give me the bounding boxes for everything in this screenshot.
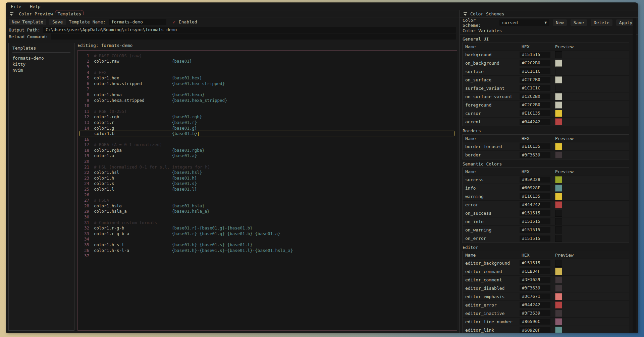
code-line[interactable]: 4 # HEX <box>78 70 457 75</box>
save-scheme-button[interactable]: Save <box>571 19 587 26</box>
code-line[interactable]: 17 # RGBA (A = 0-1 normalized) <box>78 142 457 148</box>
hex-input[interactable]: #C2C2B0 <box>520 93 550 99</box>
code-line[interactable]: 25 color1.l {base01.l} <box>78 186 457 192</box>
code-key: color1.s <box>94 181 172 186</box>
hex-input[interactable]: #DC7671 <box>520 293 550 299</box>
template-name-input[interactable]: formats-demo <box>109 19 166 25</box>
code-line[interactable]: 22 color1.hsl {base01.hsl} <box>78 170 457 175</box>
code-line[interactable]: 35 color1.h-s-l {base01.h}-{base01.s}-{b… <box>78 242 457 248</box>
hex-input[interactable]: #1C1C1C <box>520 68 550 74</box>
output-path-row: Output Path: C:\Users\user\AppData\Roami… <box>6 26 460 33</box>
color-scheme-dropdown[interactable]: cursed ▼ <box>499 19 549 26</box>
hex-input[interactable]: #C2C2B0 <box>520 102 550 108</box>
hex-input[interactable]: #B44242 <box>520 302 550 308</box>
code-line[interactable]: 6 color1.hex.stripped {base01.hex_stripp… <box>78 81 457 86</box>
hex-input[interactable]: #3F3639 <box>520 285 550 291</box>
code-line[interactable]: 10 <box>78 103 457 109</box>
code-line[interactable]: 1 # BASE COLORS (raw) <box>78 53 457 59</box>
line-number: 11 <box>78 109 89 114</box>
color-swatch <box>555 110 562 117</box>
code-line[interactable]: 32 color1.r-g-b {base01.r}-{base01.g}-{b… <box>78 225 457 231</box>
menu-help[interactable]: Help <box>30 4 40 9</box>
color-name: on_success <box>463 211 520 216</box>
hex-input[interactable]: #1C1C1C <box>520 85 550 91</box>
code-line[interactable]: 37 <box>78 253 457 259</box>
template-list-item[interactable]: kitty <box>12 61 70 67</box>
hex-input[interactable]: #E1C135 <box>520 143 550 149</box>
code-line[interactable]: 11 # RGB (0-255) <box>78 109 457 114</box>
code-line[interactable]: 16 <box>78 136 457 142</box>
code-line[interactable]: 24 color1.s {base01.s} <box>78 181 457 187</box>
template-list-item[interactable]: nvim <box>12 67 70 73</box>
code-line[interactable]: 36 color1.h-s-l-a {base01.h}-{base01.s}-… <box>78 248 457 253</box>
code-line[interactable]: 3 <box>78 64 457 70</box>
hex-input[interactable]: #151515 <box>520 218 550 224</box>
output-path-input[interactable]: C:\Users\user\AppData\Roaming\clrsync\fo… <box>43 27 456 33</box>
template-list-item[interactable]: formats-demo <box>12 55 70 61</box>
collapse-panel-icon[interactable] <box>9 12 14 16</box>
hex-input[interactable]: #E1C135 <box>520 110 550 116</box>
menu-file[interactable]: File <box>11 4 21 9</box>
hex-input[interactable]: #151515 <box>520 235 550 242</box>
section-title: Semantic Colors <box>462 160 629 167</box>
color-swatch <box>555 268 562 275</box>
hex-input[interactable]: #151515 <box>520 227 550 233</box>
hex-input[interactable]: #95A328 <box>520 177 550 183</box>
code-line[interactable]: 31 # Combined custom formats <box>78 220 457 225</box>
code-line[interactable]: 33 color1.r-g-b-a {base01.r}-{base01.g}-… <box>78 231 457 237</box>
hex-input[interactable]: #60928F <box>520 185 550 191</box>
code-line[interactable]: 12 color1.rgb {base01.rgb} <box>78 114 457 120</box>
enabled-checkbox[interactable]: ✓ <box>173 19 176 25</box>
hex-input[interactable]: #86596C <box>520 319 550 325</box>
code-key: color1.hsla <box>94 203 172 208</box>
hex-input[interactable]: #3F3639 <box>520 310 550 316</box>
code-line[interactable]: 29 color1.hsla_a {base01.hsla_a} <box>78 209 457 214</box>
code-key: # BASE COLORS (raw) <box>94 53 142 58</box>
hex-input[interactable]: #CEB34F <box>520 268 550 274</box>
hex-input[interactable]: #B44242 <box>520 202 550 208</box>
code-line[interactable]: 21 # HSL (normalized 0-1 for s,l, intege… <box>78 164 457 170</box>
new-template-button[interactable]: New Template <box>9 19 46 25</box>
code-line[interactable]: 27 # HSLA <box>78 197 457 203</box>
delete-scheme-button[interactable]: Delete <box>591 19 612 26</box>
code-line[interactable]: 26 <box>78 192 457 198</box>
code-line[interactable]: 5 color1.hex {base01.hex} <box>78 75 457 81</box>
line-number: 26 <box>78 192 89 197</box>
color-row: editor_command #CEB34F <box>463 267 629 276</box>
code-editor[interactable]: 1 # BASE COLORS (raw) 2 color1.raw {base… <box>77 50 457 331</box>
code-line[interactable]: 2 color1.raw {base01} <box>78 59 457 64</box>
hex-input[interactable]: #3F3639 <box>520 277 550 283</box>
hex-input[interactable]: #C2C2B0 <box>520 77 550 83</box>
hex-input[interactable]: #B44242 <box>520 119 550 125</box>
code-line[interactable]: 8 color1.hexa {base01.hexa} <box>78 92 457 97</box>
tab-templates[interactable]: Templates <box>55 11 84 17</box>
tab-color-preview[interactable]: Color Preview <box>16 11 55 17</box>
code-line[interactable]: 19 color1.a {base01.a} <box>78 153 457 159</box>
hex-input[interactable]: #C2C2B0 <box>520 60 550 66</box>
code-line[interactable]: 14 color1.g {base01.g} <box>78 125 457 131</box>
color-row: on_background #C2C2B0 <box>463 59 629 67</box>
hex-input[interactable]: #151515 <box>520 52 550 58</box>
code-line[interactable]: 7 <box>78 86 457 92</box>
reload-command-input[interactable] <box>51 33 456 40</box>
hex-input[interactable]: #3F3639 <box>520 152 550 158</box>
code-line[interactable]: 28 color1.hsla {base01.hsla} <box>78 203 457 209</box>
hex-input[interactable]: #60928F <box>520 327 550 333</box>
code-line[interactable]: 15 color1.b {base01.b} <box>79 131 454 136</box>
code-line[interactable]: 20 <box>78 158 457 164</box>
save-template-button[interactable]: Save <box>49 19 66 25</box>
enabled-label: Enabled <box>179 19 197 24</box>
code-line[interactable]: 13 color1.r {base01.r} <box>78 120 457 125</box>
code-line[interactable]: 34 <box>78 237 457 242</box>
hex-input[interactable]: #151515 <box>520 210 550 216</box>
code-line[interactable]: 18 color1.rgba {base01.rgba} <box>78 147 457 153</box>
code-line[interactable]: 9 color1.hexa.stripped {base01.hexa_stri… <box>78 97 457 103</box>
collapse-panel-icon[interactable] <box>463 12 468 16</box>
code-line[interactable]: 23 color1.h {base01.h} <box>78 175 457 181</box>
color-swatch <box>555 235 562 242</box>
scrollbar[interactable] <box>633 18 636 332</box>
code-line[interactable]: 30 <box>78 214 457 220</box>
new-scheme-button[interactable]: New <box>553 19 567 26</box>
hex-input[interactable]: #E1C135 <box>520 193 550 199</box>
hex-input[interactable]: #151515 <box>520 260 550 266</box>
